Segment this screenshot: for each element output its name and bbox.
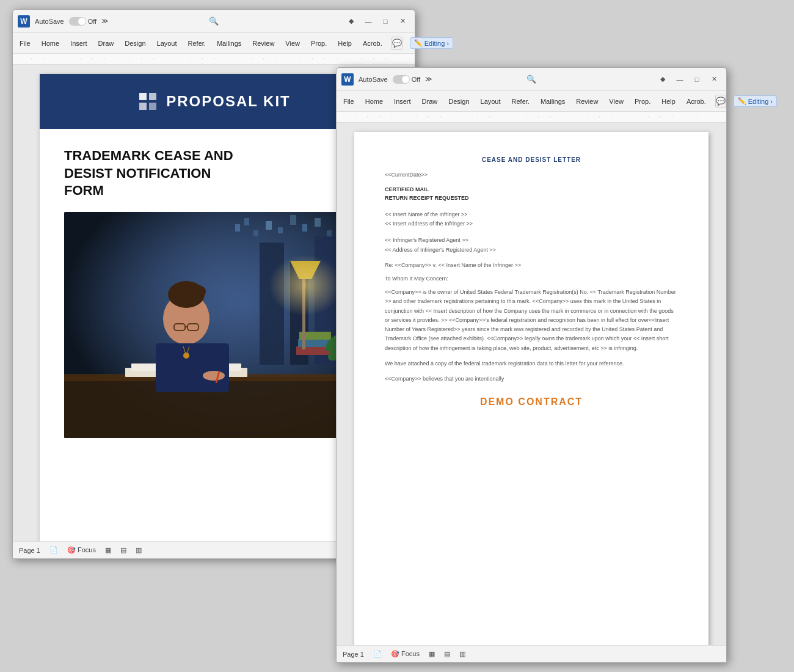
svg-rect-12 xyxy=(302,224,307,232)
menu-layout-front[interactable]: Layout xyxy=(479,97,503,106)
pk-logo-icon xyxy=(137,90,159,112)
svg-rect-34 xyxy=(156,343,229,392)
letter-title: CEASE AND DESIST LETTER xyxy=(385,156,678,163)
certified-line2: RETURN RECEIPT REQUESTED xyxy=(385,194,678,202)
toggle-knob-front xyxy=(402,76,409,83)
editing-btn-back[interactable]: ✏️ Editing › xyxy=(410,37,453,49)
editing-label-back: Editing xyxy=(424,40,445,47)
close-btn-back[interactable]: ✕ xyxy=(395,14,410,29)
menu-insert-back[interactable]: Insert xyxy=(68,38,89,48)
svg-rect-9 xyxy=(266,221,272,230)
comment-btn-front[interactable]: 💬 xyxy=(715,95,726,108)
menu-prop-back[interactable]: Prop. xyxy=(309,38,329,48)
title-bar-left-back: W AutoSave Off ≫ xyxy=(18,15,116,27)
cover-title-line3: FORM xyxy=(64,182,363,200)
certified-line1: CERTIFIED MAIL xyxy=(385,185,678,194)
status-view3-back: ▥ xyxy=(136,546,142,554)
toggle-track-back xyxy=(69,17,86,26)
title-bar-front: W AutoSave Off ≫ 🔍 ◆ — □ ✕ xyxy=(337,68,726,91)
page-front: CEASE AND DESIST LETTER <<CurrentDate>> … xyxy=(354,132,708,645)
menu-references-front[interactable]: Refer. xyxy=(510,97,531,106)
word-window-front: W AutoSave Off ≫ 🔍 ◆ — □ ✕ File Home Ins… xyxy=(336,67,727,663)
status-focus-front[interactable]: 🎯 Focus xyxy=(391,650,420,658)
menu-draw-back[interactable]: Draw xyxy=(97,38,116,48)
ruler-back xyxy=(13,54,415,65)
status-icon1-front: 📄 xyxy=(373,650,382,658)
menu-file-front[interactable]: File xyxy=(341,97,356,106)
letter-address: << Insert Name of the Infringer >> << In… xyxy=(385,210,678,229)
menu-home-back[interactable]: Home xyxy=(40,38,61,48)
diamond-btn-back[interactable]: ◆ xyxy=(344,14,359,29)
dropdown-icon-back: › xyxy=(446,40,449,47)
title-bar-right-back: ◆ — □ ✕ xyxy=(312,14,410,29)
letter-body2: We have attached a copy of the federal t… xyxy=(385,359,678,368)
editing-btn-front[interactable]: ✏️ Editing › xyxy=(734,95,777,107)
close-btn-front[interactable]: ✕ xyxy=(707,72,721,87)
comment-btn-back[interactable]: 💬 xyxy=(392,37,402,50)
minimize-btn-front[interactable]: — xyxy=(672,72,687,87)
autosave-toggle-front[interactable]: Off xyxy=(393,75,420,84)
menu-mailings-back[interactable]: Mailings xyxy=(215,38,243,48)
menu-help-back[interactable]: Help xyxy=(336,38,354,48)
svg-rect-6 xyxy=(235,224,240,232)
letter-date: <<CurrentDate>> xyxy=(385,172,678,178)
menu-home-front[interactable]: Home xyxy=(363,97,385,106)
svg-rect-8 xyxy=(253,230,258,236)
menu-help-front[interactable]: Help xyxy=(660,97,677,106)
search-btn-front[interactable]: 🔍 xyxy=(524,72,539,87)
letter-certified: CERTIFIED MAIL RETURN RECEIPT REQUESTED xyxy=(385,185,678,203)
svg-rect-1 xyxy=(139,93,147,100)
svg-rect-4 xyxy=(149,103,156,110)
diamond-btn-front[interactable]: ◆ xyxy=(655,72,670,87)
dropdown-icon-front: › xyxy=(770,98,773,105)
menu-view-back[interactable]: View xyxy=(283,38,302,48)
maximize-btn-front[interactable]: □ xyxy=(690,72,704,87)
title-bar-left-front: W AutoSave Off ≫ xyxy=(341,73,437,86)
pencil-icon-front: ✏️ xyxy=(738,97,746,105)
letter-salutation: To Whom It May Concern: xyxy=(385,276,678,282)
menu-view-front[interactable]: View xyxy=(607,97,625,106)
menu-draw-front[interactable]: Draw xyxy=(420,97,440,106)
expand-btn-front[interactable]: ≫ xyxy=(425,75,432,83)
status-view2-back: ▤ xyxy=(120,546,126,554)
search-btn-back[interactable]: 🔍 xyxy=(206,14,221,29)
menu-file-back[interactable]: File xyxy=(18,38,32,48)
toggle-track-front xyxy=(393,75,410,84)
word-icon-back: W xyxy=(18,15,30,27)
ruler-line-back xyxy=(31,59,396,59)
autosave-toggle-back[interactable]: Off xyxy=(69,17,97,26)
addr-line1: << Insert Name of the Infringer >> xyxy=(385,210,678,219)
menu-mailings-front[interactable]: Mailings xyxy=(539,97,567,106)
svg-rect-14 xyxy=(327,230,332,236)
menu-acrobat-front[interactable]: Acrob. xyxy=(685,97,708,106)
expand-btn-back[interactable]: ≫ xyxy=(101,17,109,25)
status-icon1-back: 📄 xyxy=(49,546,58,554)
menu-prop-front[interactable]: Prop. xyxy=(633,97,652,106)
status-page-back: Page 1 xyxy=(19,547,40,554)
agent-line2: << Address of Infringer's Registered Age… xyxy=(385,246,678,255)
menu-insert-front[interactable]: Insert xyxy=(392,97,413,106)
letter-agent: << Infringer's Registered Agent >> << Ad… xyxy=(385,236,678,255)
ribbon-back: File Home Insert Draw Design Layout Refe… xyxy=(13,33,415,54)
autosave-label-back: AutoSave xyxy=(35,18,64,25)
addr-line2: << Insert Address of the Infringer >> xyxy=(385,219,678,228)
minimize-btn-back[interactable]: — xyxy=(361,14,376,29)
maximize-btn-back[interactable]: □ xyxy=(378,14,393,29)
svg-point-41 xyxy=(203,371,225,381)
menu-design-back[interactable]: Design xyxy=(123,38,147,48)
svg-rect-11 xyxy=(290,215,296,225)
menu-references-back[interactable]: Refer. xyxy=(186,38,208,48)
status-view3-front: ▥ xyxy=(459,650,465,658)
status-view2-front: ▤ xyxy=(444,650,450,658)
menu-design-front[interactable]: Design xyxy=(446,97,471,106)
menu-review-front[interactable]: Review xyxy=(574,97,600,106)
status-bar-front: Page 1 📄 🎯 Focus ▦ ▤ ▥ xyxy=(337,645,726,662)
title-bar-right-front: ◆ — □ ✕ xyxy=(627,72,722,87)
menu-layout-back[interactable]: Layout xyxy=(155,38,179,48)
toggle-off-front: Off xyxy=(412,76,420,83)
menu-acrobat-back[interactable]: Acrob. xyxy=(361,38,384,48)
title-bar-center-front: 🔍 xyxy=(437,72,627,87)
doc-area-front: CEASE AND DESIST LETTER <<CurrentDate>> … xyxy=(337,123,726,645)
status-focus-back[interactable]: 🎯 Focus xyxy=(67,546,96,554)
menu-review-back[interactable]: Review xyxy=(250,38,276,48)
